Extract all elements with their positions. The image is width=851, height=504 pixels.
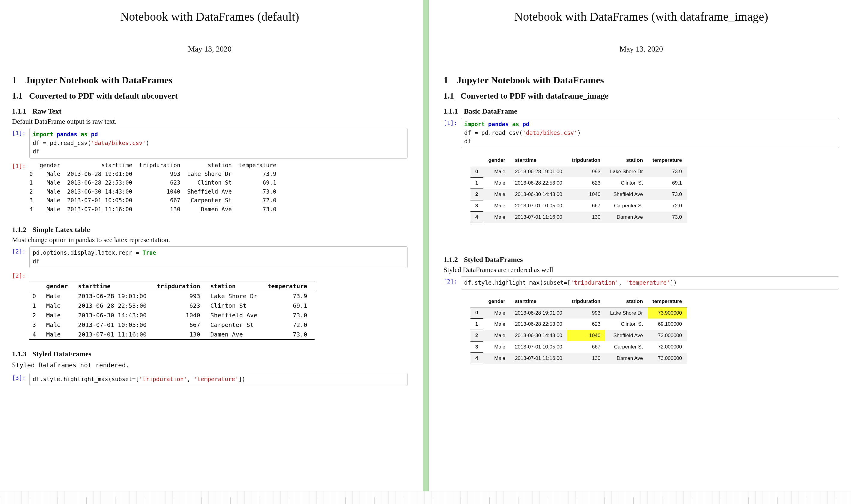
- df-table-row: 2Male2013-06-30 14:43:001040Sheffield Av…: [470, 189, 687, 200]
- code-box-left-1: import pandas as pd df = pd.read_csv('da…: [29, 128, 407, 159]
- vertical-divider[interactable]: [423, 0, 429, 491]
- code-box-right-1: import pandas as pd df = pd.read_csv('da…: [461, 118, 839, 148]
- doc-date-right: May 13, 2020: [444, 44, 839, 54]
- df-table-row: 1Male2013-06-28 22:53:00623Clinton St69.…: [470, 177, 687, 189]
- raw-text-output: gender starttime tripduration station te…: [29, 161, 276, 214]
- dataframe-table-basic: gender starttime tripduration station te…: [470, 155, 687, 223]
- right-document: Notebook with DataFrames (with dataframe…: [426, 0, 851, 504]
- heading-1-1-1-left: 1.1.1Raw Text: [12, 107, 407, 115]
- df-table-row: 3Male2013-07-01 10:05:00667Carpenter St7…: [470, 200, 687, 212]
- in-prompt-left-3: [3]:: [12, 373, 29, 381]
- df-header-row: gender starttime tripduration station te…: [470, 155, 687, 166]
- out-prompt-left-2: [2]:: [12, 271, 29, 279]
- heading-1-1-1-right: 1.1.1Basic DataFrame: [444, 107, 839, 115]
- code-cell-left-3: [3]: df.style.highlight_max(subset=['tri…: [12, 373, 407, 386]
- latex-table: gender starttime tripduration station te…: [29, 281, 315, 340]
- latex-table-row: 3Male2013-07-01 10:05:00667Carpenter St7…: [29, 320, 315, 330]
- output-cell-left-1: [1]: gender starttime tripduration stati…: [12, 161, 407, 214]
- code-cell-left-2: [2]: pd.options.display.latex.repr = Tru…: [12, 246, 407, 268]
- df2-header-row: gender starttime tripduration station te…: [470, 296, 687, 307]
- doc-title-right: Notebook with DataFrames (with dataframe…: [444, 10, 839, 24]
- heading-1-1-left: 1.1Converted to PDF with default nbconve…: [12, 91, 407, 101]
- heading-1-1-2-left: 1.1.2Simple Latex table: [12, 226, 407, 234]
- para-latex: Must change option in pandas to see late…: [12, 236, 407, 244]
- heading-1-1-3-left: 1.1.3Styled DataFrames: [12, 350, 407, 358]
- heading-1-right: 1Jupyter Notebook with DataFrames: [444, 75, 839, 86]
- df-styled-row: 0Male2013-06-28 19:01:00993Lake Shore Dr…: [470, 307, 687, 319]
- df-table-row: 4Male2013-07-01 11:16:00130Damen Ave73.0: [470, 212, 687, 223]
- latex-table-row: 0Male2013-06-28 19:01:00993Lake Shore Dr…: [29, 291, 315, 301]
- latex-header-row: gender starttime tripduration station te…: [29, 281, 315, 291]
- doc-title-left: Notebook with DataFrames (default): [12, 10, 407, 24]
- code-cell-left-1: [1]: import pandas as pd df = pd.read_cs…: [12, 128, 407, 159]
- code-box-left-2: pd.options.display.latex.repr = True df: [29, 246, 407, 268]
- heading-1-1-right: 1.1Converted to PDF with dataframe_image: [444, 91, 839, 101]
- code-cell-right-1: [1]: import pandas as pd df = pd.read_cs…: [444, 118, 839, 148]
- in-prompt-left-2: [2]:: [12, 246, 29, 255]
- dataframe-table-styled: gender starttime tripduration station te…: [470, 296, 687, 364]
- code-box-right-2: df.style.highlight_max(subset=['tripdura…: [461, 276, 839, 290]
- output-cell-left-2: [2]:: [12, 271, 407, 279]
- latex-table-row: 4Male2013-07-01 11:16:00130Damen Ave73.0: [29, 330, 315, 340]
- heading-1-left: 1Jupyter Notebook with DataFrames: [12, 75, 407, 86]
- bottom-ruler: [0, 491, 851, 504]
- in-prompt-left-1: [1]:: [12, 128, 29, 136]
- out-prompt-left-1: [1]:: [12, 161, 29, 169]
- df-styled-row: 4Male2013-07-01 11:16:00130Damen Ave73.0…: [470, 353, 687, 364]
- df-styled-row: 2Male2013-06-30 14:43:001040Sheffield Av…: [470, 330, 687, 341]
- in-prompt-right-1: [1]:: [444, 118, 461, 126]
- df-styled-row: 1Male2013-06-28 22:53:00623Clinton St69.…: [470, 319, 687, 330]
- in-prompt-right-2: [2]:: [444, 276, 461, 285]
- para-styled-not-rendered: Styled DataFrames not rendered.: [12, 360, 407, 371]
- code-cell-right-2: [2]: df.style.highlight_max(subset=['tri…: [444, 276, 839, 290]
- latex-table-row: 1Male2013-06-28 22:53:00623Clinton St69.…: [29, 301, 315, 310]
- left-document: Notebook with DataFrames (default) May 1…: [0, 0, 426, 504]
- df-table-row: 0Male2013-06-28 19:01:00993Lake Shore Dr…: [470, 166, 687, 177]
- para-styled-rendered: Styled DataFrames are rendered as well: [444, 266, 839, 274]
- latex-table-row: 2Male2013-06-30 14:43:001040Sheffield Av…: [29, 310, 315, 320]
- heading-1-1-2-right: 1.1.2Styled DataFrames: [444, 256, 839, 264]
- code-box-left-3: df.style.highlight_max(subset=['tripdura…: [29, 373, 407, 386]
- para-raw-text: Default DataFrame output is raw text.: [12, 118, 407, 126]
- df-styled-row: 3Male2013-07-01 10:05:00667Carpenter St7…: [470, 341, 687, 353]
- doc-date-left: May 13, 2020: [12, 44, 407, 54]
